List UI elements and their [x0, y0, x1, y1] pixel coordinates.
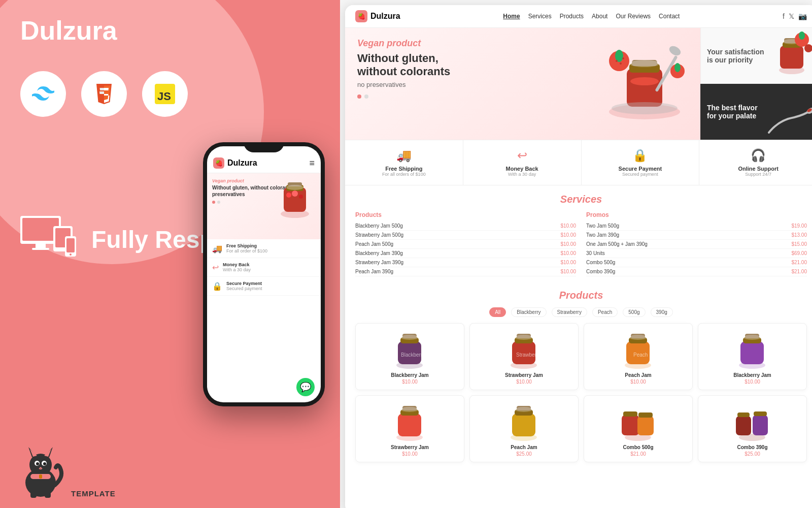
phone-service-moneyback: ↩ Money Back With a 30 day: [207, 258, 321, 277]
filter-blackberry[interactable]: Blackberry: [511, 307, 546, 317]
svg-point-70: [515, 335, 533, 340]
services-section: Services Products Blackberry Jam 500g$10…: [345, 185, 812, 284]
template-cat-label: TEMPLATE CAT: [71, 489, 135, 498]
svg-point-44: [616, 60, 618, 62]
svg-point-49: [612, 102, 678, 114]
feature-shipping: 🚚 Free Shipping For all orders of $100: [345, 140, 463, 185]
services-grid: Products Blackberry Jam 500g$10.00 Straw…: [355, 211, 807, 276]
feature-moneyback: ↩ Money Back With a 30 day: [463, 140, 582, 185]
svg-point-87: [400, 407, 419, 412]
hero-right-top: Your satisfactionis our priority: [700, 28, 812, 84]
html5-icon: [81, 71, 127, 117]
svg-point-38: [629, 60, 660, 67]
svg-point-27: [36, 462, 39, 465]
phone-screen: 🍓 Dulzura ≡ Vegan product Without gluten…: [207, 146, 321, 402]
svg-point-48: [674, 63, 681, 72]
product-card-8: Combo 390g $25.00: [698, 395, 807, 462]
svg-point-82: [743, 335, 761, 340]
phone-service-payment: 🔒 Secure Payment Secured payment: [207, 277, 321, 296]
product-card-2: Strawberry Strawberry Jam $10.00: [469, 323, 579, 390]
svg-rect-33: [45, 492, 51, 498]
filter-strawberry[interactable]: Strawberry: [552, 307, 587, 317]
products-col: Products Blackberry Jam 500g$10.00 Straw…: [355, 211, 576, 276]
feature-payment: 🔒 Secure Payment Secured payment: [582, 140, 700, 185]
filter-390g[interactable]: 390g: [651, 307, 673, 317]
features-bar: 🚚 Free Shipping For all orders of $100 ↩…: [345, 140, 812, 185]
hero-main: Vegan product Without gluten,without col…: [345, 28, 700, 140]
tailwind-icon: [20, 71, 66, 117]
devices-icon: [15, 213, 81, 266]
svg-point-41: [668, 44, 683, 57]
products-section: Products All Blackberry Strawberry Peach…: [345, 284, 812, 467]
hero-right: Your satisfactionis our priority: [700, 28, 812, 140]
svg-rect-94: [622, 415, 639, 435]
feature-support: 🎧 Online Support Support 24/7: [699, 140, 812, 185]
svg-rect-32: [30, 492, 37, 498]
svg-rect-97: [638, 412, 653, 418]
service-row: Combo 500g$21.00: [586, 258, 807, 267]
moneyback-icon: ↩: [517, 148, 527, 163]
filter-all[interactable]: All: [489, 307, 506, 317]
service-row: Two Jam 500g$19.00: [586, 221, 807, 231]
svg-text:Peach: Peach: [633, 352, 648, 358]
hero-right-spoon-image: [764, 105, 812, 137]
service-row: Strawberry Jam 500g$10.00: [355, 231, 576, 240]
service-row: Two Jam 390g$13.00: [586, 231, 807, 240]
promos-col: Promos Two Jam 500g$19.00 Two Jam 390g$1…: [586, 211, 807, 276]
hero-right-jam-image: [769, 30, 812, 78]
nav-products[interactable]: Products: [560, 13, 584, 20]
svg-rect-51: [780, 46, 803, 69]
filter-peach[interactable]: Peach: [592, 307, 618, 317]
service-row: Blackberry Jam 500g$10.00: [355, 221, 576, 231]
svg-rect-89: [512, 414, 535, 436]
svg-point-46: [622, 57, 624, 59]
phone-hamburger: ≡: [309, 158, 315, 169]
website-logo-icon: 🍓: [355, 10, 367, 22]
product-image-8: [732, 401, 773, 441]
phone-hero-image: [274, 177, 317, 223]
hero-food-image: [599, 33, 690, 124]
svg-rect-100: [737, 412, 750, 417]
svg-rect-9: [66, 238, 75, 252]
right-panel: 🍓 Dulzura Home Services Products About O…: [345, 5, 812, 508]
service-row: Peach Jam 390g$10.00: [355, 267, 576, 276]
svg-rect-4: [36, 244, 46, 248]
svg-point-92: [515, 407, 533, 412]
phone-payment-icon: 🔒: [212, 281, 222, 291]
product-card-3: Peach Peach Jam $10.00: [584, 323, 693, 390]
support-icon: 🎧: [751, 148, 766, 163]
svg-rect-31: [39, 474, 42, 479]
website-hero: Vegan product Without gluten,without col…: [345, 28, 812, 140]
svg-text:Blackberry: Blackberry: [401, 352, 425, 358]
product-card-6: Peach Jam $25.00: [469, 395, 579, 462]
svg-rect-5: [32, 248, 49, 250]
left-panel: Dulzura JS: [0, 0, 340, 508]
svg-point-56: [799, 31, 805, 40]
service-row: One Jam 500g + Jam 390g$15.00: [586, 240, 807, 249]
nav-home[interactable]: Home: [503, 13, 520, 20]
service-row: Peach Jam 500g$10.00: [355, 240, 576, 249]
nav-reviews[interactable]: Our Reviews: [616, 13, 651, 20]
nav-about[interactable]: About: [592, 13, 607, 20]
svg-text:JS: JS: [157, 90, 171, 103]
template-cat-section: TEMPLATE CAT: [15, 442, 135, 498]
nav-contact[interactable]: Contact: [659, 13, 680, 20]
svg-point-76: [629, 335, 647, 340]
product-image-4: [732, 329, 773, 369]
product-card-4: Blackberry Jam $10.00: [698, 323, 807, 390]
svg-text:Strawberry: Strawberry: [516, 352, 540, 358]
instagram-icon: 📷: [798, 12, 807, 20]
phone-shipping-icon: 🚚: [212, 244, 222, 253]
filter-500g[interactable]: 500g: [623, 307, 645, 317]
whatsapp-button[interactable]: 💬: [296, 378, 315, 396]
products-filter: All Blackberry Strawberry Peach 500g 390…: [355, 307, 807, 317]
services-title: Services: [355, 194, 807, 205]
svg-point-64: [400, 335, 419, 340]
service-row: Combo 390g$21.00: [586, 267, 807, 276]
nav-services[interactable]: Services: [528, 13, 552, 20]
payment-icon: 🔒: [632, 148, 648, 163]
phone-logo-icon: 🍓: [213, 157, 224, 169]
nav-socials: f 𝕏 📷: [783, 12, 807, 20]
service-row: Blackberry Jam 390g$10.00: [355, 249, 576, 258]
tech-icons-row: JS: [20, 71, 188, 117]
